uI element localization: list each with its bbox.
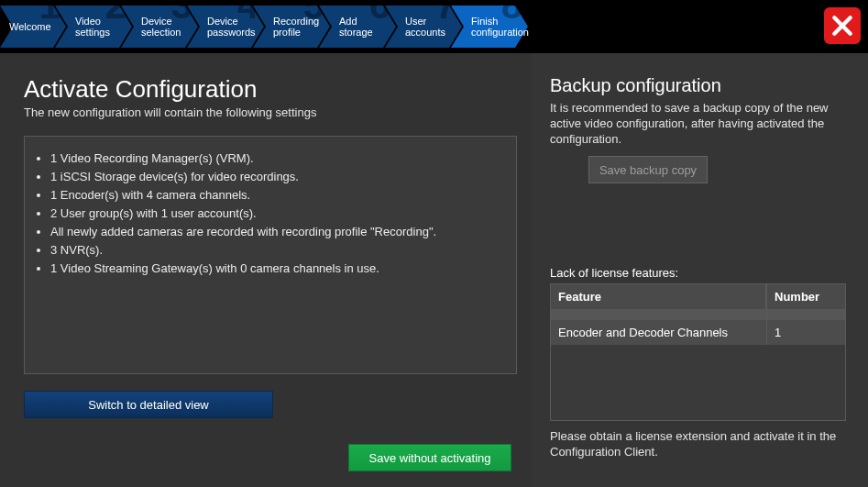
summary-item: 3 NVR(s). (50, 242, 503, 258)
license-row: Encoder and Decoder Channels1 (551, 320, 845, 345)
summary-item: 1 Encoder(s) with 4 camera channels. (50, 187, 503, 203)
license-cell-feature (551, 309, 766, 320)
step-label: Devicepasswords (207, 16, 251, 38)
summary-box: 1 Video Recording Manager(s) (VRM).1 iSC… (24, 136, 517, 374)
right-panel: Backup configuration It is recommended t… (532, 53, 868, 487)
page-subtitle: The new configuration will contain the f… (24, 105, 517, 119)
license-cell-number: 1 (766, 320, 845, 345)
save-backup-button[interactable]: Save backup copy (588, 156, 708, 183)
step-label: Useraccounts (405, 16, 449, 38)
summary-item: 2 User group(s) with 1 user account(s). (50, 205, 503, 221)
save-without-activating-button[interactable]: Save without activating (348, 444, 511, 471)
page-title: Activate Configuration (24, 75, 517, 104)
wizard-steps: 1Welcome2Videosettings3Deviceselection4D… (0, 0, 868, 53)
summary-item: 1 Video Recording Manager(s) (VRM). (50, 150, 503, 166)
step-label: Recordingprofile (273, 16, 317, 38)
switch-view-label: Switch to detailed view (88, 398, 209, 412)
step-label: Addstorage (339, 16, 383, 38)
step-label: Welcome (9, 21, 53, 32)
left-panel: Activate Configuration The new configura… (0, 53, 532, 487)
license-row (551, 309, 845, 320)
license-cell-number (766, 309, 845, 320)
step-label: Videosettings (75, 16, 119, 38)
step-label: Deviceselection (141, 16, 185, 38)
summary-item: 1 Video Streaming Gateway(s) with 0 came… (50, 260, 503, 276)
license-cell-feature: Encoder and Decoder Channels (551, 320, 766, 345)
license-note: Please obtain a license extension and ac… (550, 428, 846, 459)
wizard-step-8[interactable]: 8Finishconfiguration (451, 6, 528, 48)
page-body: Activate Configuration The new configura… (0, 53, 868, 487)
save-backup-label: Save backup copy (599, 163, 697, 177)
backup-description: It is recommended to save a backup copy … (550, 100, 846, 147)
license-col-feature: Feature (551, 284, 766, 309)
save-without-activating-label: Save without activating (369, 451, 491, 465)
license-col-number: Number (766, 284, 845, 309)
switch-view-button[interactable]: Switch to detailed view (24, 391, 273, 418)
close-button[interactable] (824, 7, 861, 44)
close-icon (830, 14, 854, 38)
license-table: Feature Number Encoder and Decoder Chann… (550, 283, 846, 421)
license-header: Lack of license features: (550, 266, 846, 280)
license-table-header: Feature Number (551, 284, 845, 309)
summary-item: All newly added cameras are recorded wit… (50, 224, 503, 239)
backup-title: Backup configuration (550, 75, 846, 96)
summary-item: 1 iSCSI Storage device(s) for video reco… (50, 169, 503, 184)
step-label: Finishconfiguration (471, 16, 515, 38)
